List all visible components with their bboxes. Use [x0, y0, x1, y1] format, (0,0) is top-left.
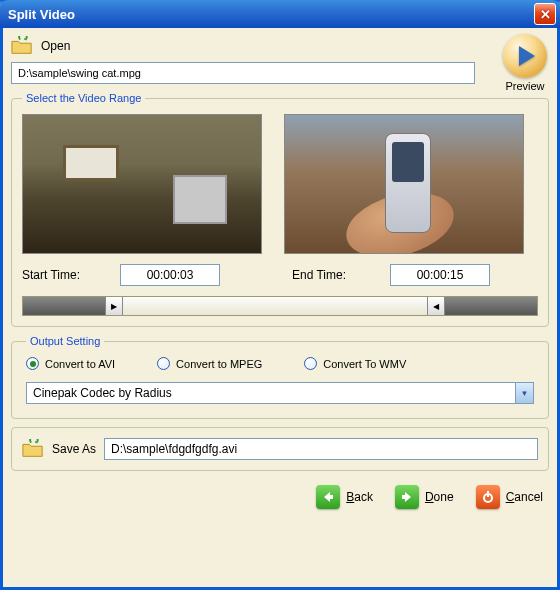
end-time-input[interactable] [390, 264, 490, 286]
cancel-button[interactable]: Cancel [476, 485, 543, 509]
radio-row: Convert to AVI Convert to MPEG Convert T… [26, 357, 534, 370]
radio-mpeg-label: Convert to MPEG [176, 358, 262, 370]
radio-wmv[interactable]: Convert To WMV [304, 357, 406, 370]
close-button[interactable]: ✕ [534, 3, 556, 25]
window: Split Video ✕ Preview Open Select the Vi… [0, 0, 560, 590]
preview-button[interactable] [503, 34, 547, 78]
done-label-u: D [425, 490, 434, 504]
cancel-label-u: C [506, 490, 515, 504]
done-button[interactable]: Done [395, 485, 454, 509]
codec-selected: Cinepak Codec by Radius [33, 386, 172, 400]
end-time-label: End Time: [292, 268, 382, 282]
radio-wmv-indicator [304, 357, 317, 370]
back-button[interactable]: Back [316, 485, 373, 509]
back-label-rest: ack [354, 490, 373, 504]
codec-select[interactable]: Cinepak Codec by Radius ▼ [26, 382, 534, 404]
chevron-down-icon: ▼ [515, 383, 533, 403]
radio-wmv-label: Convert To WMV [323, 358, 406, 370]
window-title: Split Video [8, 7, 534, 22]
slider-start-handle[interactable]: ▶ [105, 297, 123, 315]
range-slider[interactable]: ▶ ◀ [22, 296, 538, 316]
svg-rect-1 [487, 491, 489, 497]
open-row: Open [11, 36, 549, 56]
output-legend: Output Setting [26, 335, 104, 347]
open-label: Open [41, 39, 70, 53]
radio-mpeg-indicator [157, 357, 170, 370]
slider-end-handle[interactable]: ◀ [427, 297, 445, 315]
start-thumbnail[interactable] [22, 114, 262, 254]
source-path-input[interactable] [11, 62, 475, 84]
range-legend: Select the Video Range [22, 92, 145, 104]
done-arrow-icon [395, 485, 419, 509]
preview-label: Preview [503, 80, 547, 92]
end-thumbnail[interactable] [284, 114, 524, 254]
done-label-rest: one [434, 490, 454, 504]
dialog-body: Preview Open Select the Video Range [3, 28, 557, 587]
output-fieldset: Output Setting Convert to AVI Convert to… [11, 335, 549, 419]
bottom-bar: Back Done Cancel [11, 485, 549, 509]
cancel-label-rest: ancel [514, 490, 543, 504]
preview-block: Preview [503, 34, 547, 92]
save-label: Save As [52, 442, 96, 456]
radio-avi-label: Convert to AVI [45, 358, 115, 370]
thumb-row [22, 114, 538, 254]
cancel-power-icon [476, 485, 500, 509]
back-arrow-icon [316, 485, 340, 509]
save-row: Save As [11, 427, 549, 471]
radio-mpeg[interactable]: Convert to MPEG [157, 357, 262, 370]
start-time-input[interactable] [120, 264, 220, 286]
titlebar: Split Video ✕ [0, 0, 560, 28]
save-folder-icon[interactable] [22, 439, 44, 459]
range-fieldset: Select the Video Range Start Time: End T… [11, 92, 549, 327]
time-row: Start Time: End Time: [22, 264, 538, 286]
start-time-label: Start Time: [22, 268, 112, 282]
radio-avi[interactable]: Convert to AVI [26, 357, 115, 370]
open-folder-icon[interactable] [11, 36, 33, 56]
save-path-input[interactable] [104, 438, 538, 460]
radio-avi-indicator [26, 357, 39, 370]
